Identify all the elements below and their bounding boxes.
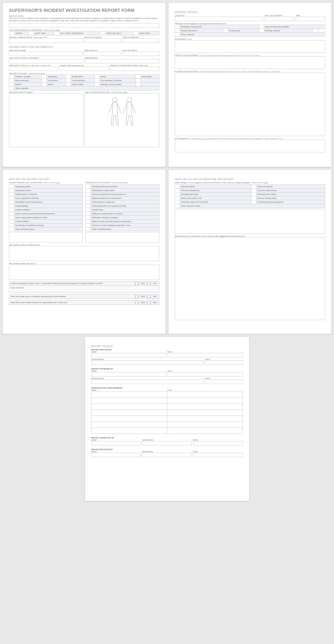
dob-input[interactable] — [123, 52, 160, 56]
culture-no-checkbox[interactable] — [148, 282, 150, 285]
incident-date-input[interactable] — [265, 17, 294, 21]
unsafe-act-option[interactable]: Using defective equipment — [91, 200, 159, 204]
team-name-input[interactable] — [91, 428, 167, 434]
prevention-option[interactable]: Write a new policy / rule — [180, 196, 251, 200]
prevention-option[interactable]: Redesign work station — [256, 192, 325, 196]
unsafe-condition-option[interactable]: Tool or equipment defective — [14, 196, 83, 200]
return-to-input[interactable] — [9, 23, 159, 28]
injury-option[interactable]: Crushing injury — [71, 78, 94, 82]
injury-option[interactable]: Damage to body system — [99, 82, 136, 86]
unsafe-act-option[interactable]: Failure to use the available equipment /… — [91, 224, 159, 227]
incident-desc-input[interactable] — [175, 73, 325, 136]
written-title-input[interactable] — [168, 353, 243, 357]
reviewed-name-input[interactable] — [91, 372, 167, 376]
team-title-input[interactable] — [167, 410, 243, 416]
unsafe-act-option[interactable]: Operating at unsafe speed — [91, 188, 159, 192]
completed-by-input[interactable] — [9, 38, 83, 43]
unsafe-condition-option[interactable]: Inadequate guard — [14, 185, 83, 188]
unsafe-condition-option[interactable]: Unsafe lighting — [14, 204, 83, 208]
injury-option[interactable]: Abrasion, scrapes — [14, 74, 42, 78]
unsafe-condition-option[interactable]: Lack of appropriate equipment / tools — [14, 216, 83, 220]
date-report-input[interactable] — [123, 38, 160, 43]
workday-option[interactable]: Working overtime — [264, 29, 313, 33]
department-input[interactable] — [85, 59, 159, 64]
injury-option[interactable]: Cut, laceration, puncture — [99, 78, 136, 82]
time-in-job-input[interactable] — [59, 66, 109, 71]
unsafe-condition-option[interactable]: Unsafe clothing — [14, 220, 83, 224]
prevention-option[interactable]: Guard the hazard — [256, 185, 325, 188]
team-title-input[interactable] — [167, 428, 243, 434]
unsafe-act-option[interactable]: Unsafe lifting — [91, 208, 159, 212]
unsafe-condition-option[interactable]: Lack of needed personal protective equip… — [14, 212, 83, 216]
unsafe-condition-option[interactable]: Unsafe ventilation — [14, 208, 83, 212]
doc-serves-option[interactable]: FIRST AID ONLY — [105, 31, 133, 35]
injury-option[interactable]: Concussion — [47, 78, 66, 82]
prevention-option[interactable]: Routinely inspect for the hazard — [180, 200, 251, 204]
team-title-input[interactable] — [167, 422, 243, 428]
prevention-option[interactable]: Train the employee(s) — [180, 188, 251, 192]
desc-injury-input[interactable] — [9, 94, 83, 147]
team-name-input[interactable] — [91, 392, 167, 398]
reviewed-title-input[interactable] — [168, 372, 243, 376]
reviewed-date-input[interactable] — [205, 380, 243, 384]
reported-yes-checkbox[interactable] — [135, 295, 138, 298]
date-incident-input[interactable] — [84, 38, 121, 43]
reported-no-checkbox[interactable] — [148, 295, 150, 298]
injury-option[interactable]: Amputation — [47, 74, 66, 78]
injury-option[interactable]: Broken Bone — [71, 74, 94, 78]
workday-option[interactable]: During break — [228, 29, 259, 33]
carryout-input[interactable] — [175, 237, 325, 320]
team-name-input[interactable] — [91, 422, 167, 428]
unsafe-act-option[interactable]: Taking an unsafe position or posture — [91, 212, 159, 216]
injury-other[interactable]: Other, describe: — [14, 86, 159, 90]
team-name-input[interactable] — [91, 416, 167, 422]
if-yes-describe[interactable]: If yes, describe: — [9, 286, 159, 293]
team-title-input[interactable] — [167, 398, 243, 404]
received-sign-input[interactable] — [142, 453, 192, 457]
written-dept-input[interactable] — [91, 360, 204, 365]
unsafe-act-option[interactable]: Making a safety device inoperative — [91, 196, 159, 200]
why-acts-input[interactable] — [9, 264, 159, 280]
submitted-date-input[interactable] — [193, 441, 243, 446]
injury-option[interactable]: Burn (heat) — [141, 74, 159, 78]
prevention-option[interactable]: Train the supervisor(s) — [256, 188, 325, 192]
emp-name-input[interactable] — [9, 52, 83, 56]
submitted-sign-input[interactable] — [142, 441, 192, 446]
prevention-other[interactable]: Other; Describe below: — [180, 204, 325, 208]
injury-option[interactable]: Sprain, strain — [71, 82, 94, 86]
culture-yes-checkbox[interactable] — [135, 282, 138, 285]
doc-serves-option[interactable]: LOST TIME — [34, 31, 54, 35]
unsafe-condition-option[interactable]: Unguarded hazard — [14, 188, 83, 192]
unsafe-act-option[interactable]: Operating without permissions — [91, 185, 159, 188]
injury-option[interactable] — [141, 78, 159, 82]
body-diagram[interactable] — [85, 94, 159, 147]
unsafe-condition-option[interactable]: No training or insufficient training — [14, 224, 83, 227]
unsafe-act-option[interactable]: Other; Describe below: — [91, 227, 159, 231]
team-name-input[interactable] — [91, 410, 167, 416]
team-title-input[interactable] — [167, 392, 243, 398]
location-input[interactable] — [175, 17, 263, 21]
unsafe-cond-other-input[interactable] — [9, 232, 83, 242]
received-name-input[interactable] — [91, 453, 141, 457]
injury-option[interactable]: Illness — [47, 82, 66, 86]
unsafe-act-option[interactable]: Using equipment in an unapproved way — [91, 204, 159, 208]
attachments-input[interactable] — [175, 140, 325, 152]
workday-option[interactable]: Entering or leaving work — [180, 25, 259, 29]
unsafe-condition-option[interactable]: Other; Describe below: — [14, 227, 83, 231]
unsafe-acts-other-input[interactable] — [86, 232, 159, 242]
prevention-option[interactable]: Stop this activity — [180, 185, 251, 188]
written-name-input[interactable] — [91, 353, 167, 357]
submitted-name-input[interactable] — [91, 441, 141, 446]
emp-id-input[interactable] — [84, 52, 121, 56]
workday-option[interactable]: Doing normal work activities — [264, 25, 325, 29]
unsafe-act-option[interactable]: Distraction, teasing, horseplay — [91, 216, 159, 220]
job-title-input[interactable] — [9, 59, 83, 64]
emp-type-input[interactable] — [9, 66, 58, 71]
incident-time-input[interactable] — [296, 17, 325, 21]
team-title-input[interactable] — [167, 416, 243, 422]
similar-yes-checkbox[interactable] — [135, 301, 138, 304]
prevention-option[interactable]: Redesign task steps — [180, 192, 251, 196]
prevention-option[interactable]: Personal protective equipment — [256, 200, 325, 204]
team-name-input[interactable] — [91, 398, 167, 404]
prevention-option[interactable]: Enforce existing policy — [256, 196, 325, 200]
